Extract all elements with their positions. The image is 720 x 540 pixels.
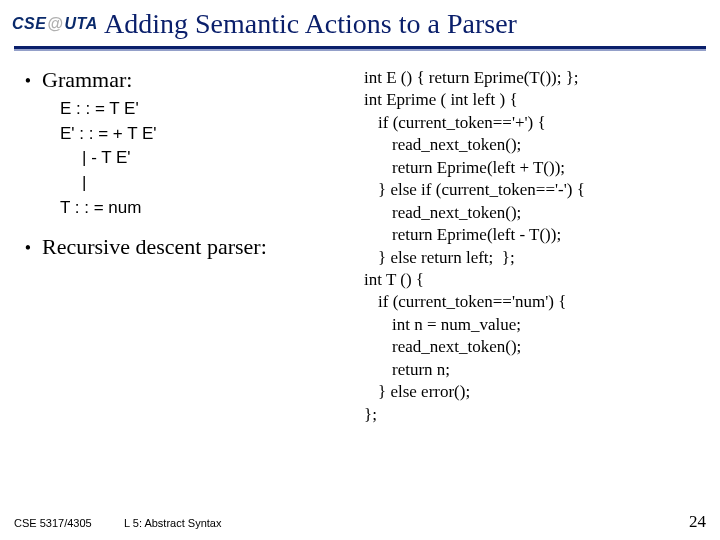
bullet-grammar: • Grammar: <box>14 67 364 93</box>
bullet-parser: • Recursive descent parser: <box>14 234 364 260</box>
footer-course: CSE 5317/4305 <box>14 517 124 529</box>
code-line: if (current_token=='+') { <box>364 112 706 134</box>
grammar-line: | - T E' <box>60 146 364 171</box>
code-line: }; <box>364 404 706 426</box>
code-line: } else return left; }; <box>364 247 706 269</box>
grammar-block: E : : = T E' E' : : = + T E' | - T E' | … <box>60 97 364 220</box>
footer-page: 24 <box>689 512 706 532</box>
bullet-grammar-label: Grammar: <box>42 67 132 93</box>
code-line: int n = num_value; <box>364 314 706 336</box>
code-line: read_next_token(); <box>364 336 706 358</box>
bullet-dot: • <box>14 238 42 259</box>
code-line: int Eprime ( int left ) { <box>364 89 706 111</box>
code-line: } else error(); <box>364 381 706 403</box>
logo-at: @ <box>47 15 63 33</box>
code-block: int E () { return Eprime(T()); }; int Ep… <box>364 67 706 426</box>
code-line: } else if (current_token=='-') { <box>364 179 706 201</box>
logo-left: CSE <box>12 15 46 33</box>
code-line: read_next_token(); <box>364 134 706 156</box>
bullet-dot: • <box>14 71 42 92</box>
footer-lecture: L 5: Abstract Syntax <box>124 517 221 529</box>
code-line: int T () { <box>364 269 706 291</box>
left-column: • Grammar: E : : = T E' E' : : = + T E' … <box>14 67 364 426</box>
code-line: return Eprime(left - T()); <box>364 224 706 246</box>
code-line: return n; <box>364 359 706 381</box>
content: • Grammar: E : : = T E' E' : : = + T E' … <box>0 49 720 426</box>
grammar-line: T : : = num <box>60 196 364 221</box>
bullet-parser-label: Recursive descent parser: <box>42 234 267 260</box>
grammar-line: | <box>60 171 364 196</box>
logo: CSE@UTA <box>12 11 90 37</box>
grammar-line: E : : = T E' <box>60 97 364 122</box>
code-line: int E () { return Eprime(T()); }; <box>364 67 706 89</box>
header: CSE@UTA Adding Semantic Actions to a Par… <box>0 0 720 40</box>
grammar-line: E' : : = + T E' <box>60 122 364 147</box>
slide-title: Adding Semantic Actions to a Parser <box>90 8 708 40</box>
code-line: read_next_token(); <box>364 202 706 224</box>
code-line: if (current_token=='num') { <box>364 291 706 313</box>
code-line: return Eprime(left + T()); <box>364 157 706 179</box>
footer: CSE 5317/4305 L 5: Abstract Syntax 24 <box>0 512 720 532</box>
